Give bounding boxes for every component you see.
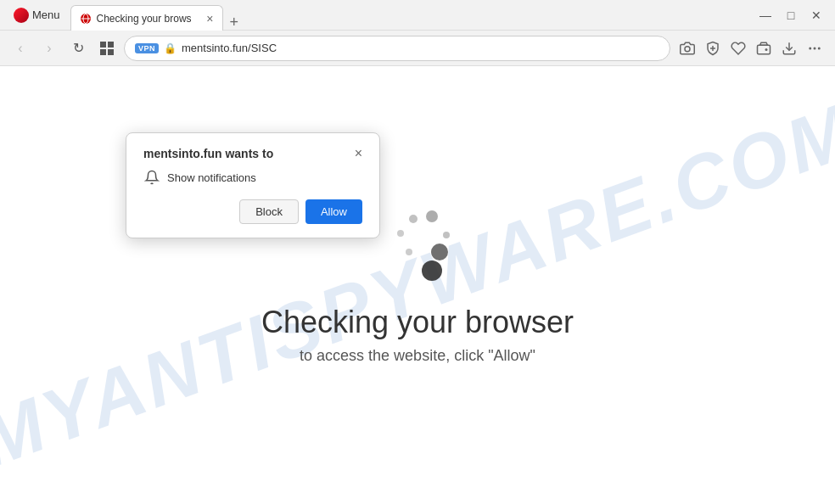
url-text: mentsinto.fun/SISC [182, 42, 659, 54]
lock-icon: 🔒 [164, 42, 177, 54]
popup-permission-text: Show notifications [167, 171, 256, 184]
opera-logo-icon [14, 8, 29, 23]
dot-5 [431, 244, 448, 260]
dot-3 [397, 230, 404, 237]
svg-rect-5 [100, 49, 106, 55]
popup-title: mentsinto.fun wants to [143, 147, 348, 160]
sub-text: to access the website, click "Allow" [300, 347, 535, 365]
download-button[interactable] [777, 36, 801, 60]
address-bar: ‹ › ↻ VPN 🔒 mentsinto.fun/SISC [0, 31, 835, 66]
svg-rect-3 [100, 42, 106, 48]
tab-favicon [80, 13, 92, 25]
forward-button[interactable]: › [37, 36, 61, 60]
dot-7 [406, 249, 412, 255]
page-content: MYANTISPYWARE.COM Checking your browser … [0, 66, 835, 504]
popup-buttons: Block Allow [143, 199, 362, 224]
svg-point-7 [685, 46, 690, 51]
opera-menu-button[interactable]: Menu [7, 4, 67, 26]
minimize-button[interactable]: — [754, 3, 777, 27]
dot-2 [426, 210, 438, 222]
svg-rect-10 [758, 45, 771, 54]
wallet-button[interactable] [752, 36, 776, 60]
back-button[interactable]: ‹ [8, 36, 32, 60]
window-controls: — □ ✕ [754, 3, 828, 27]
toolbar-right [675, 36, 827, 60]
active-tab[interactable]: Checking your brows × [70, 5, 223, 31]
svg-rect-6 [108, 49, 114, 55]
dot-6 [422, 260, 442, 281]
menu-label: Menu [32, 8, 60, 21]
maximize-button[interactable]: □ [779, 3, 803, 27]
shield-button[interactable] [701, 36, 725, 60]
tab-close-button[interactable]: × [206, 13, 213, 25]
block-button[interactable]: Block [239, 199, 299, 224]
dot-4 [443, 232, 450, 238]
browser-window: Menu Checking your brows × + — □ ✕ ‹ › ↻ [0, 0, 835, 504]
url-bar[interactable]: VPN 🔒 mentsinto.fun/SISC [124, 36, 670, 61]
camera-button[interactable] [675, 36, 699, 60]
menu-button[interactable] [803, 36, 827, 60]
popup-close-button[interactable]: × [355, 147, 362, 160]
dot-1 [409, 215, 418, 223]
spinner-dots [367, 206, 468, 291]
svg-point-11 [765, 48, 768, 51]
vpn-badge: VPN [135, 43, 159, 53]
heart-button[interactable] [726, 36, 750, 60]
notification-popup: mentsinto.fun wants to × Show notificati… [126, 132, 380, 238]
popup-header: mentsinto.fun wants to × [143, 147, 362, 160]
svg-point-14 [814, 47, 816, 49]
grid-view-button[interactable] [95, 36, 119, 60]
svg-point-13 [809, 47, 811, 49]
tab-bar: Checking your brows × + [70, 0, 747, 30]
svg-point-15 [818, 47, 821, 49]
notification-icon [143, 169, 160, 186]
title-bar: Menu Checking your brows × + — □ ✕ [0, 0, 835, 31]
tab-title: Checking your brows [97, 13, 202, 25]
refresh-button[interactable]: ↻ [66, 36, 90, 60]
new-tab-button[interactable]: + [223, 14, 246, 30]
main-text: Checking your browser [261, 305, 574, 340]
close-button[interactable]: ✕ [804, 3, 828, 27]
allow-button[interactable]: Allow [305, 199, 362, 224]
popup-permission: Show notifications [143, 169, 362, 186]
svg-rect-4 [108, 42, 114, 48]
